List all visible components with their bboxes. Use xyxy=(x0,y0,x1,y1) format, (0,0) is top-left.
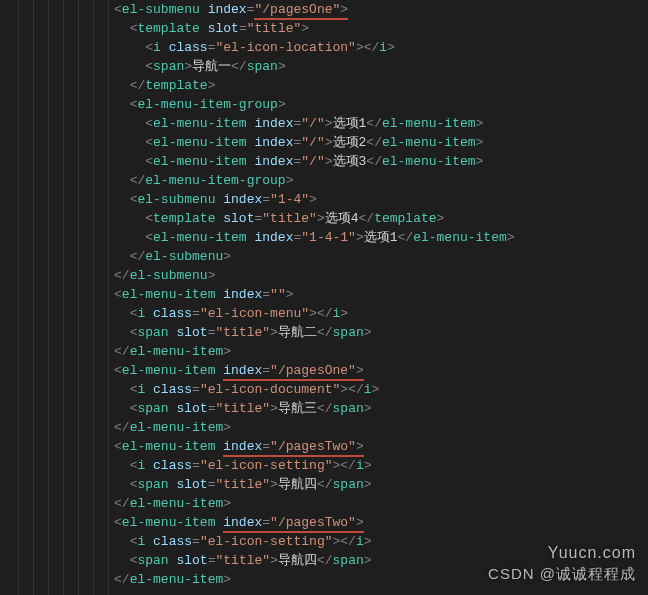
code-line[interactable]: <span slot="title">导航三</span> xyxy=(36,399,515,418)
code-line[interactable]: <el-menu-item index="/">选项2</el-menu-ite… xyxy=(36,133,515,152)
code-line[interactable]: <span slot="title">导航二</span> xyxy=(36,323,515,342)
code-line[interactable]: <el-menu-item index="/pagesTwo"> xyxy=(36,437,515,456)
code-line[interactable]: </el-submenu> xyxy=(36,247,515,266)
code-line[interactable]: <span slot="title">导航四</span> xyxy=(36,475,515,494)
code-line[interactable]: <el-menu-item index="/">选项3</el-menu-ite… xyxy=(36,152,515,171)
code-line[interactable]: <i class="el-icon-location"></i> xyxy=(36,38,515,57)
code-editor: <el-submenu index="/pagesOne"> <template… xyxy=(0,0,648,595)
code-line[interactable]: <el-menu-item index="/">选项1</el-menu-ite… xyxy=(36,114,515,133)
code-line[interactable]: <el-submenu index="/pagesOne"> xyxy=(36,0,515,19)
code-line[interactable]: <template slot="title">选项4</template> xyxy=(36,209,515,228)
code-line[interactable]: </el-menu-item> xyxy=(36,418,515,437)
code-line[interactable]: <span>导航一</span> xyxy=(36,57,515,76)
code-line[interactable]: </template> xyxy=(36,76,515,95)
watermark: Yuucn.com CSDN @诚诚程程成 xyxy=(488,543,636,583)
code-line[interactable]: <el-menu-item index="/pagesOne"> xyxy=(36,361,515,380)
code-line[interactable]: </el-menu-item> xyxy=(36,494,515,513)
code-line[interactable]: <i class="el-icon-document"></i> xyxy=(36,380,515,399)
code-line[interactable]: <el-submenu index="1-4"> xyxy=(36,190,515,209)
code-line[interactable]: </el-menu-item-group> xyxy=(36,171,515,190)
code-line[interactable]: <i class="el-icon-setting"></i> xyxy=(36,532,515,551)
line-gutter xyxy=(0,0,16,595)
watermark-author: CSDN @诚诚程程成 xyxy=(488,565,636,582)
code-line[interactable]: </el-menu-item> xyxy=(36,342,515,361)
code-line[interactable]: <el-menu-item index="1-4-1">选项1</el-menu… xyxy=(36,228,515,247)
code-line[interactable]: <i class="el-icon-setting"></i> xyxy=(36,456,515,475)
code-content[interactable]: <el-submenu index="/pagesOne"> <template… xyxy=(16,0,515,595)
code-line[interactable]: <el-menu-item index=""> xyxy=(36,285,515,304)
code-line[interactable]: </el-menu-item> xyxy=(36,570,515,589)
code-line[interactable]: </el-submenu> xyxy=(36,266,515,285)
code-line[interactable]: <el-menu-item index="/pagesTwo"> xyxy=(36,513,515,532)
watermark-site: Yuucn.com xyxy=(488,543,636,562)
code-line[interactable]: <template slot="title"> xyxy=(36,19,515,38)
code-line[interactable]: <span slot="title">导航四</span> xyxy=(36,551,515,570)
code-line[interactable]: <el-menu-item-group> xyxy=(36,95,515,114)
code-line[interactable]: <i class="el-icon-menu"></i> xyxy=(36,304,515,323)
